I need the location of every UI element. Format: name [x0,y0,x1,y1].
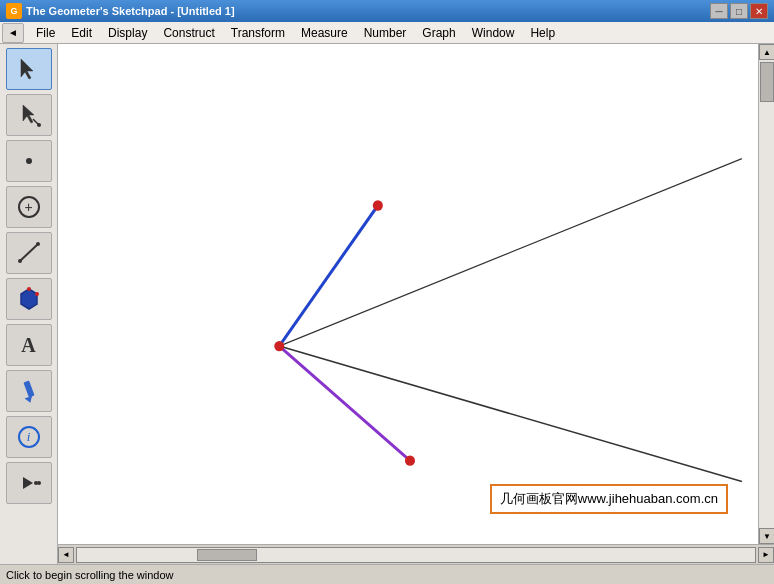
scroll-right-button[interactable]: ► [758,547,774,563]
menu-graph[interactable]: Graph [414,23,463,43]
svg-point-8 [27,287,31,291]
menu-help[interactable]: Help [522,23,563,43]
line-tool[interactable] [6,232,52,274]
horizontal-scrollbar[interactable] [76,547,756,563]
svg-rect-10 [23,380,34,397]
menu-transform[interactable]: Transform [223,23,293,43]
menu-bar: ◄ File Edit Display Construct Transform … [0,22,774,44]
polygon-tool[interactable] [6,278,52,320]
svg-line-18 [279,346,410,461]
compass-icon: + [18,196,40,218]
polygon-icon [15,285,43,313]
bottom-bar: ◄ ► [58,544,774,564]
svg-point-9 [35,292,39,296]
svg-marker-7 [21,289,37,309]
back-button[interactable]: ◄ [2,23,24,43]
move-arrow-icon [15,101,43,129]
scroll-left-button[interactable]: ◄ [58,547,74,563]
svg-point-14 [37,481,41,485]
minimize-button[interactable]: ─ [710,3,728,19]
maximize-button[interactable]: □ [730,3,748,19]
svg-point-3 [37,123,41,127]
marker-tool[interactable] [6,370,52,412]
scroll-up-button[interactable]: ▲ [759,44,774,60]
point-tool[interactable] [6,140,52,182]
status-bar: Click to begin scrolling the window [0,564,774,584]
select-tool[interactable] [6,48,52,90]
svg-line-16 [279,346,742,481]
scroll-track-v[interactable] [759,60,774,528]
toolbar: + A [0,44,58,564]
menu-file[interactable]: File [28,23,63,43]
menu-window[interactable]: Window [464,23,523,43]
window-title: The Geometer's Sketchpad - [Untitled 1] [26,5,235,17]
animation-tool[interactable] [6,462,52,504]
menu-display[interactable]: Display [100,23,155,43]
marker-icon [15,377,43,405]
menu-construct[interactable]: Construct [155,23,222,43]
canvas-area[interactable]: 几何画板官网www.jihehuaban.com.cn [58,44,758,544]
point-icon [26,158,32,164]
compass-tool[interactable]: + [6,186,52,228]
scroll-thumb-v[interactable] [760,62,774,102]
svg-line-4 [20,244,38,261]
close-button[interactable]: ✕ [750,3,768,19]
svg-marker-1 [23,105,34,123]
menu-number[interactable]: Number [356,23,415,43]
vertical-scrollbar[interactable]: ▲ ▼ [758,44,774,544]
svg-point-6 [36,242,40,246]
svg-point-19 [274,341,284,351]
info-icon: i [18,426,40,448]
title-bar: G The Geometer's Sketchpad - [Untitled 1… [0,0,774,22]
menu-edit[interactable]: Edit [63,23,100,43]
svg-point-20 [373,200,383,210]
svg-marker-11 [24,396,34,404]
animation-icon [15,469,43,497]
drawing-canvas [58,44,758,544]
arrow-cursor-icon [15,55,43,83]
svg-line-17 [279,205,378,346]
scroll-down-button[interactable]: ▼ [759,528,774,544]
svg-marker-0 [21,59,33,79]
scroll-thumb-h[interactable] [197,549,257,561]
text-tool[interactable]: A [6,324,52,366]
svg-point-5 [18,259,22,263]
main-area: + A [0,44,774,564]
move-tool[interactable] [6,94,52,136]
line-icon [15,239,43,267]
svg-point-21 [405,455,415,465]
status-message: Click to begin scrolling the window [6,569,174,581]
watermark: 几何画板官网www.jihehuaban.com.cn [490,484,728,514]
app-icon: G [6,3,22,19]
menu-measure[interactable]: Measure [293,23,356,43]
text-icon: A [21,334,35,357]
svg-line-15 [279,159,742,347]
svg-marker-12 [23,477,33,489]
info-tool[interactable]: i [6,416,52,458]
